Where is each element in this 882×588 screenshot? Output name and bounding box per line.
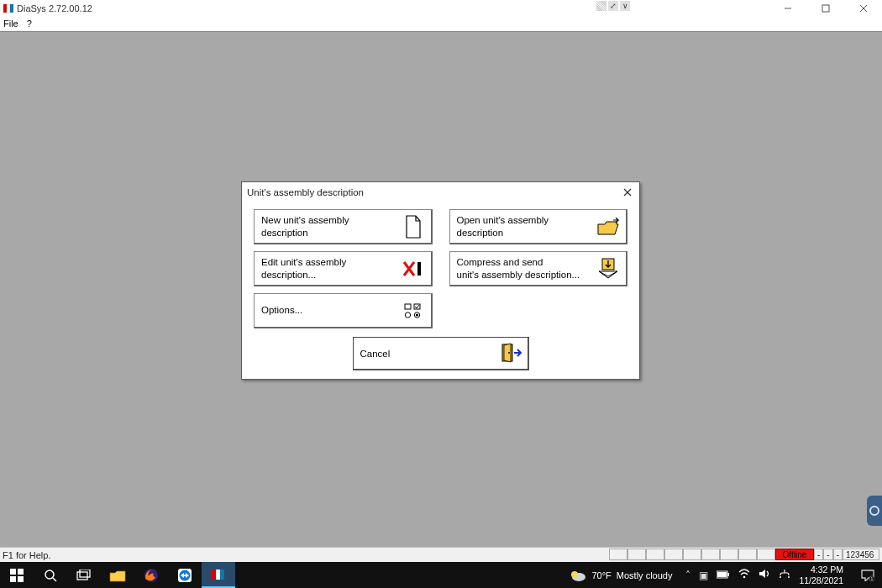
start-button[interactable] — [0, 562, 34, 588]
svg-point-18 — [508, 352, 510, 354]
svg-point-14 — [405, 312, 410, 317]
titlebar: DiaSys 2.72.00.12 ⤢ ∨ — [0, 0, 882, 16]
status-counter: 123456 — [843, 549, 879, 560]
search-button[interactable] — [34, 562, 67, 588]
status-cells — [609, 549, 775, 560]
svg-rect-32 — [216, 570, 220, 580]
svg-point-41 — [788, 576, 790, 578]
options-icon — [401, 298, 426, 323]
svg-rect-31 — [212, 570, 216, 580]
maximize-button[interactable] — [806, 0, 844, 16]
weather-icon — [570, 569, 586, 582]
tray-icon-1[interactable]: ▣ — [699, 570, 708, 581]
svg-rect-26 — [80, 570, 90, 577]
svg-rect-37 — [727, 573, 729, 576]
svg-point-23 — [45, 570, 54, 579]
svg-rect-12 — [405, 304, 411, 309]
edit-assembly-label: Edit unit's assembly description... — [261, 256, 401, 281]
taskbar: 70°F Mostly cloudy ˄ ▣ 4:32 PM 11/28/202… — [0, 562, 882, 588]
cancel-button[interactable]: Cancel — [353, 337, 529, 370]
compress-send-button[interactable]: Compress and send unit's assembly descri… — [449, 251, 628, 286]
svg-rect-21 — [10, 576, 16, 582]
svg-rect-19 — [10, 569, 16, 575]
window-controls — [769, 0, 882, 16]
taskbar-explorer[interactable] — [101, 562, 134, 588]
exit-door-icon — [501, 343, 522, 365]
taskbar-diasys[interactable] — [202, 562, 235, 588]
taskbar-clock[interactable]: 4:32 PM 11/28/2021 — [799, 564, 848, 585]
open-assembly-label: Open unit's assembly description — [457, 214, 596, 239]
titlebar-widgets: ⤢ ∨ — [596, 1, 630, 11]
clock-date: 11/28/2021 — [799, 575, 843, 585]
svg-rect-2 — [10, 4, 13, 13]
svg-rect-4 — [822, 5, 829, 12]
menubar: File ? — [0, 16, 882, 31]
status-help-text: F1 for Help. — [3, 550, 50, 560]
svg-rect-38 — [717, 572, 727, 577]
svg-rect-1 — [7, 4, 10, 13]
side-tab-icon — [869, 506, 879, 516]
compress-send-label: Compress and send unit's assembly descri… — [457, 256, 596, 281]
dialog-title: Unit's assembly description — [247, 187, 364, 197]
app-logo-icon — [3, 4, 13, 13]
minimize-button[interactable] — [769, 0, 806, 16]
new-assembly-button[interactable]: New unit's assembly description — [254, 209, 433, 244]
svg-point-39 — [743, 576, 746, 579]
dialog-close-button[interactable] — [621, 186, 634, 199]
options-button[interactable]: Options... — [254, 293, 433, 328]
options-label: Options... — [261, 304, 401, 316]
tray-keyboard-icon[interactable] — [779, 569, 790, 581]
svg-point-40 — [780, 576, 781, 578]
svg-rect-9 — [417, 262, 421, 276]
task-view-button[interactable] — [67, 562, 101, 588]
svg-rect-22 — [18, 576, 24, 582]
svg-rect-30 — [183, 575, 186, 576]
statusbar: F1 for Help. Offline - - - 123456 — [0, 547, 882, 562]
taskbar-weather[interactable]: 70°F Mostly cloudy — [570, 569, 672, 582]
edit-assembly-button[interactable]: Edit unit's assembly description... — [254, 251, 433, 286]
weather-cond: Mostly cloudy — [617, 570, 673, 580]
status-tick-3: - — [833, 549, 843, 560]
new-document-icon — [401, 214, 426, 239]
dialog-titlebar: Unit's assembly description — [242, 182, 639, 202]
close-button[interactable] — [844, 0, 882, 16]
edit-x-icon — [401, 256, 426, 281]
menu-file[interactable]: File — [3, 18, 18, 29]
status-offline: Offline — [775, 549, 814, 560]
cancel-label: Cancel — [360, 349, 501, 359]
svg-rect-0 — [3, 4, 7, 13]
status-tick-2: - — [823, 549, 832, 560]
new-assembly-label: New unit's assembly description — [261, 214, 401, 239]
titlebar-widget-1[interactable] — [596, 1, 606, 11]
svg-point-35 — [571, 571, 578, 578]
workspace: Unit's assembly description New unit's a… — [0, 31, 882, 547]
window-title: DiaSys 2.72.00.12 — [17, 3, 92, 13]
open-assembly-button[interactable]: Open unit's assembly description — [449, 209, 628, 244]
compress-send-icon — [596, 256, 621, 281]
tray-wifi-icon[interactable] — [738, 569, 750, 581]
system-tray[interactable]: ˄ ▣ — [685, 569, 790, 581]
taskbar-firefox[interactable] — [134, 562, 168, 588]
tray-volume-icon[interactable] — [759, 569, 770, 581]
side-tab-widget[interactable] — [867, 496, 882, 526]
menu-help[interactable]: ? — [27, 18, 32, 29]
assembly-dialog: Unit's assembly description New unit's a… — [241, 181, 640, 380]
svg-line-24 — [53, 578, 56, 581]
titlebar-widget-2[interactable]: ⤢ — [608, 1, 618, 11]
titlebar-widget-3[interactable]: ∨ — [620, 1, 630, 11]
svg-text:1: 1 — [871, 576, 874, 581]
tray-chevron-icon[interactable]: ˄ — [685, 570, 690, 581]
svg-rect-20 — [18, 569, 24, 575]
open-folder-icon — [596, 214, 621, 239]
tray-battery-icon[interactable] — [717, 570, 730, 581]
status-tick-1: - — [814, 549, 823, 560]
weather-temp: 70°F — [591, 570, 611, 580]
svg-rect-33 — [220, 570, 224, 580]
taskbar-teamviewer[interactable] — [168, 562, 202, 588]
svg-rect-25 — [77, 572, 87, 580]
notifications-button[interactable]: 1 — [857, 562, 879, 588]
clock-time: 4:32 PM — [799, 564, 843, 575]
svg-point-16 — [415, 313, 417, 316]
